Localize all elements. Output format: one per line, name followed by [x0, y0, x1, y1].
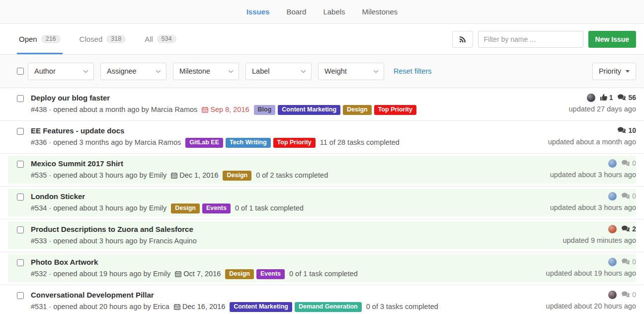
updated-text: updated about a month ago — [548, 137, 636, 146]
filter-dropdown-label: Label — [252, 67, 269, 75]
calendar-icon — [175, 271, 181, 277]
comments[interactable]: 2 — [622, 224, 636, 233]
assignee-avatar[interactable] — [587, 94, 595, 102]
filter-dropdowns: Author Assignee Milestone Label Weight — [24, 63, 384, 80]
select-all-checkbox[interactable] — [17, 68, 24, 75]
issue-meta-text: #532 · opened about 19 hours ago by Emil… — [31, 269, 170, 279]
label-pill[interactable]: Design — [171, 204, 200, 213]
upvotes-count: 1 — [609, 93, 613, 102]
filter-dropdown[interactable]: Assignee — [100, 63, 166, 80]
issue-meta-text: #535 · opened about 3 hours ago by Emily — [31, 170, 166, 181]
issue-select-checkbox[interactable] — [17, 292, 24, 299]
task-status: 0 of 2 tasks completed — [256, 170, 328, 181]
comments-icon — [622, 193, 630, 200]
nav-item[interactable]: Labels — [323, 7, 345, 16]
issue-select-checkbox[interactable] — [17, 161, 24, 168]
issue-title[interactable]: Deploy our blog faster — [31, 93, 563, 103]
tabs-actions: New Issue — [452, 24, 636, 54]
label-pill[interactable]: Content Marketing — [278, 105, 340, 115]
issue-select-checkbox[interactable] — [17, 128, 24, 135]
calendar-icon — [174, 304, 180, 310]
issue-title[interactable]: Product Descriptions to Zuora and Salesf… — [31, 224, 557, 234]
comments[interactable]: 0 — [622, 192, 636, 201]
comments-count: 0 — [632, 290, 636, 299]
state-tab[interactable]: Open 216 — [19, 24, 61, 54]
due-date: Oct 7, 2016 — [175, 269, 221, 279]
task-status: 0 of 3 tasks completed — [366, 302, 438, 312]
filter-dropdown[interactable]: Author — [28, 63, 94, 80]
label-pill[interactable]: Design — [223, 171, 251, 181]
updated-text: updated about 20 hours ago — [546, 302, 636, 311]
assignee-avatar[interactable] — [608, 192, 617, 201]
comments[interactable]: 0 — [622, 257, 636, 266]
due-date-text: Oct 7, 2016 — [183, 269, 221, 279]
assignee-avatar[interactable] — [608, 258, 617, 266]
issue-select-checkbox[interactable] — [17, 226, 24, 233]
issue-row: Mexico Summit 2017 Shirt #535 · opened a… — [0, 154, 644, 187]
label-pill[interactable]: Top Priority — [374, 105, 416, 115]
comments-icon — [622, 258, 630, 265]
label-pill[interactable]: Top Priority — [273, 138, 316, 148]
tab-label: Closed — [80, 35, 103, 43]
state-tab[interactable]: All 534 — [145, 24, 176, 54]
task-status: 0 of 1 task completed — [235, 203, 304, 213]
rss-button[interactable] — [452, 31, 473, 48]
rss-icon — [459, 36, 466, 43]
issue-title[interactable]: Conversational Development Pillar — [31, 290, 540, 300]
issue-labels: GitLab EETech WritingTop Priority — [185, 138, 316, 148]
filter-dropdown-label: Assignee — [107, 67, 137, 75]
issues-list: Deploy our blog faster #438 · opened abo… — [0, 88, 644, 314]
nav-item[interactable]: Milestones — [362, 7, 398, 16]
upvotes: 1 — [600, 93, 613, 102]
issue-row: Photo Box Artwork #532 · opened about 19… — [0, 252, 644, 285]
new-issue-button[interactable]: New Issue — [588, 31, 636, 48]
chevron-down-icon — [373, 70, 379, 73]
label-pill[interactable]: Events — [256, 269, 285, 279]
comments[interactable]: 56 — [618, 93, 636, 102]
nav-links: Issues Board Labels Milestones — [246, 7, 398, 16]
issue-title[interactable]: Photo Box Artwork — [31, 257, 540, 267]
comments-count: 0 — [632, 159, 636, 168]
filter-bar: Author Assignee Milestone Label Weight R… — [0, 55, 644, 88]
label-pill[interactable]: Blog — [254, 105, 276, 115]
comments[interactable]: 10 — [618, 126, 636, 135]
tab-label: All — [145, 35, 153, 43]
filter-dropdown[interactable]: Weight — [318, 63, 384, 80]
label-pill[interactable]: GitLab EE — [185, 138, 223, 148]
sort-dropdown[interactable]: Priority — [592, 63, 636, 80]
reset-filters-link[interactable]: Reset filters — [394, 67, 432, 75]
label-pill[interactable]: Content Marketing — [230, 302, 292, 312]
issue-labels: BlogContent MarketingDesignTop Priority — [254, 105, 416, 115]
assignee-avatar[interactable] — [608, 225, 617, 233]
assignee-avatar[interactable] — [608, 159, 617, 168]
nav-item[interactable]: Board — [286, 7, 306, 16]
label-pill[interactable]: Tech Writing — [226, 138, 271, 148]
due-date: Sep 8, 2016 — [202, 105, 249, 115]
label-pill[interactable]: Demand Generation — [295, 302, 362, 312]
sort-label: Priority — [599, 67, 621, 75]
filter-by-name-input[interactable] — [478, 31, 583, 48]
filter-dropdown[interactable]: Label — [245, 63, 312, 80]
comments[interactable]: 0 — [622, 159, 636, 168]
comments-icon — [618, 127, 626, 134]
filter-dropdown-label: Author — [34, 67, 56, 75]
issue-title[interactable]: EE Features - update docs — [31, 126, 542, 135]
comments-icon — [622, 160, 630, 167]
nav-item[interactable]: Issues — [246, 7, 270, 16]
label-pill[interactable]: Events — [202, 204, 231, 213]
updated-text: updated about 19 hours ago — [546, 269, 636, 278]
assignee-avatar[interactable] — [608, 291, 617, 299]
issue-select-checkbox[interactable] — [17, 95, 24, 102]
comments[interactable]: 0 — [622, 290, 636, 299]
label-pill[interactable]: Design — [225, 269, 254, 279]
issue-select-checkbox[interactable] — [17, 259, 24, 266]
issue-select-checkbox[interactable] — [17, 194, 24, 201]
issues-tabs-row: Open 216 Closed 318 All 534 New Issue — [0, 24, 644, 55]
issue-labels: DesignEvents — [171, 204, 231, 213]
label-pill[interactable]: Design — [343, 105, 372, 115]
filter-dropdown[interactable]: Milestone — [173, 63, 239, 80]
issue-title[interactable]: London Sticker — [31, 192, 544, 201]
updated-text: updated 27 days ago — [569, 105, 636, 113]
issue-title[interactable]: Mexico Summit 2017 Shirt — [31, 159, 544, 168]
state-tab[interactable]: Closed 318 — [80, 24, 126, 54]
